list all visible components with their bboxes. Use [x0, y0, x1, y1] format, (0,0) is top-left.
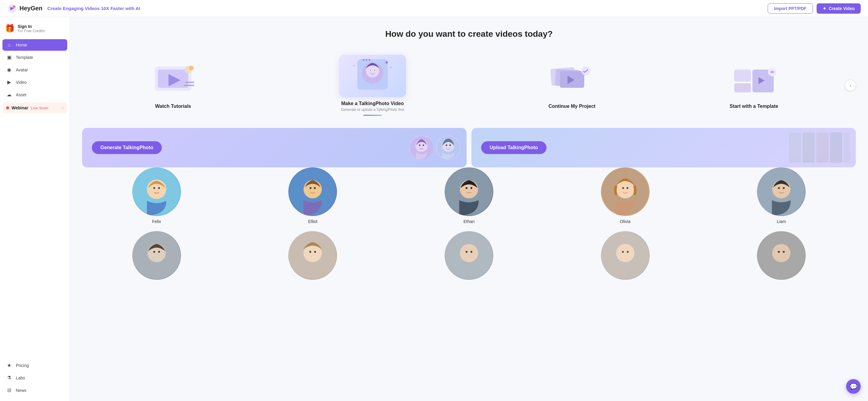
- logo-icon: [7, 4, 17, 13]
- svg-rect-27: [734, 70, 751, 82]
- tagline: Create Engaging Videos 10X Faster with A…: [48, 6, 140, 11]
- svg-point-1: [13, 5, 15, 8]
- topnav: HeyGen Create Engaging Videos 10X Faster…: [0, 0, 868, 17]
- svg-point-83: [778, 251, 780, 253]
- svg-point-84: [783, 251, 785, 253]
- avatar-card-olivia[interactable]: Olivia: [551, 167, 700, 224]
- sidebar-item-news-label: News: [16, 388, 27, 393]
- sidebar-item-avatar-label: Avatar: [16, 67, 28, 72]
- svg-point-60: [626, 187, 628, 189]
- svg-point-79: [622, 251, 624, 253]
- svg-point-68: [158, 251, 160, 253]
- avatar-card-row2a[interactable]: [82, 231, 231, 283]
- avatar-card-row2c[interactable]: [395, 231, 544, 283]
- sidebar-item-asset[interactable]: Asset: [2, 89, 67, 101]
- generate-talkingphoto-button[interactable]: Generate TalkingPhoto: [92, 141, 162, 154]
- sidebar-nav: Home Template Avatar Video Asset: [0, 38, 70, 102]
- video-icon: [6, 79, 12, 85]
- svg-point-21: [369, 59, 370, 61]
- avatar-card-ethan[interactable]: Ethan: [395, 167, 544, 224]
- avatar-card-elliot[interactable]: Elliot: [239, 167, 388, 224]
- svg-rect-8: [184, 85, 194, 86]
- sidebar-item-video[interactable]: Video: [2, 76, 67, 88]
- create-video-button[interactable]: ✦ Create Video: [816, 3, 861, 14]
- avatar-card-felix[interactable]: Felix: [82, 167, 231, 224]
- continue-project-label: Continue My Project: [548, 104, 595, 109]
- card-start-template[interactable]: Start with a Template: [663, 56, 845, 115]
- logo[interactable]: HeyGen: [7, 4, 42, 13]
- svg-rect-28: [734, 83, 751, 92]
- svg-point-48: [158, 187, 160, 189]
- labs-icon: [6, 375, 12, 381]
- sidebar-item-avatar[interactable]: Avatar: [2, 64, 67, 76]
- avatar-image-ethan: [445, 167, 493, 216]
- start-template-label: Start with a Template: [730, 104, 778, 109]
- svg-point-80: [627, 251, 629, 253]
- news-icon: [6, 387, 12, 393]
- import-ppt-button[interactable]: Import PPT/PDF: [768, 3, 813, 14]
- avatar-image-row2c: [445, 231, 493, 280]
- avatar-name-elliot: Elliot: [308, 219, 317, 224]
- sign-in-title[interactable]: Sign In: [18, 24, 45, 29]
- card-continue-project[interactable]: Continue My Project: [481, 56, 663, 115]
- svg-point-34: [419, 144, 421, 146]
- avatar-card-row2b[interactable]: [239, 231, 388, 283]
- avatar-name-felix: Felix: [152, 219, 161, 224]
- svg-point-38: [446, 144, 447, 146]
- avatar-image-row2a: [132, 231, 181, 280]
- topnav-right: Import PPT/PDF ✦ Create Video: [768, 3, 861, 14]
- home-icon: [6, 42, 12, 48]
- svg-point-6: [189, 66, 194, 70]
- avatar-image-row2e: [757, 231, 806, 280]
- avatar-card-row2e[interactable]: [707, 231, 856, 283]
- svg-point-52: [314, 187, 316, 189]
- svg-point-39: [450, 144, 451, 146]
- start-template-image: [723, 61, 784, 100]
- hero-title: How do you want to create videos today?: [82, 29, 856, 39]
- svg-point-20: [366, 59, 367, 61]
- chat-bubble[interactable]: 💬: [846, 379, 861, 394]
- avatar-name-olivia: Olivia: [620, 219, 630, 224]
- female-avatar-preview: [409, 135, 434, 160]
- svg-rect-40: [789, 132, 801, 163]
- generate-talkingphoto-card[interactable]: Generate TalkingPhoto: [82, 128, 467, 167]
- talkingphoto-image: ★ ★ ✦: [339, 55, 406, 97]
- sidebar-item-pricing[interactable]: Pricing: [2, 359, 67, 371]
- svg-rect-42: [816, 132, 829, 163]
- avatar-card-liam[interactable]: Liam: [707, 167, 856, 224]
- avatar-image-row2b: [288, 231, 337, 280]
- sidebar-item-home[interactable]: Home: [2, 39, 67, 51]
- svg-point-78: [616, 244, 634, 262]
- cards-row: Watch Tutorials: [70, 45, 868, 121]
- layout: 🎁 Sign In For Free Credits! Home Templat…: [0, 17, 868, 401]
- avatar-image-elliot: [288, 167, 337, 216]
- sidebar-webinar[interactable]: Webinar Live Soon ›: [2, 102, 67, 113]
- card-watch-tutorials[interactable]: Watch Tutorials: [82, 56, 264, 115]
- cards-next-button[interactable]: ›: [845, 80, 856, 91]
- svg-text:✦: ✦: [353, 64, 355, 67]
- sign-in-area[interactable]: 🎁 Sign In For Free Credits!: [0, 21, 70, 38]
- asset-icon: [6, 92, 12, 98]
- svg-point-56: [470, 187, 472, 189]
- upload-talkingphoto-card[interactable]: Upload TalkingPhoto: [471, 128, 856, 167]
- talkingphoto-label: Make a TalkingPhoto Video: [341, 101, 404, 106]
- svg-point-15: [374, 70, 375, 71]
- svg-point-72: [314, 251, 316, 253]
- main-content: How do you want to create videos today?: [70, 17, 868, 401]
- avatar-card-row2d[interactable]: [551, 231, 700, 283]
- sidebar-item-labs[interactable]: Labs: [2, 372, 67, 384]
- talkingphoto-underline: [364, 115, 382, 116]
- svg-point-71: [309, 251, 311, 253]
- sidebar-item-home-label: Home: [16, 42, 27, 47]
- svg-point-64: [783, 187, 785, 189]
- card-talkingphoto[interactable]: ★ ★ ✦ Make a TalkingPhoto Video Generate…: [264, 50, 481, 121]
- svg-point-82: [772, 244, 790, 262]
- gift-icon: 🎁: [5, 24, 14, 33]
- sidebar-item-video-label: Video: [16, 80, 27, 85]
- watch-tutorials-image: [143, 61, 204, 100]
- sidebar-item-news[interactable]: News: [2, 384, 67, 396]
- upload-talkingphoto-button[interactable]: Upload TalkingPhoto: [481, 141, 547, 154]
- sidebar-item-template[interactable]: Template: [2, 51, 67, 63]
- svg-point-67: [153, 251, 155, 253]
- pricing-icon: [6, 362, 12, 368]
